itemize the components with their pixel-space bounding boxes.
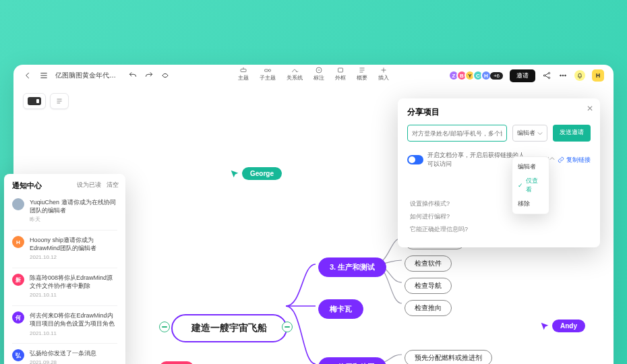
- notification-item[interactable]: YuqiuChen 邀请你成为在线协同团队的编辑者昨天: [12, 197, 117, 224]
- branch-node[interactable]: 3. 生产和测试: [318, 257, 386, 277]
- avatar: [12, 198, 24, 210]
- branch-node[interactable]: 梅卡瓦: [318, 299, 363, 319]
- notification-item[interactable]: 新 陈嘉玲008将你从EdrawMind源文件文件协作者中删除2021.10.1…: [12, 268, 117, 299]
- back-icon[interactable]: [23, 71, 32, 80]
- svg-point-10: [565, 75, 566, 76]
- svg-point-6: [548, 72, 549, 73]
- svg-rect-4: [338, 68, 343, 72]
- leaf-node[interactable]: 检查推向: [405, 300, 452, 316]
- public-toggle[interactable]: [407, 155, 423, 164]
- svg-rect-2: [269, 69, 271, 71]
- leaf-node[interactable]: 检查导航: [405, 278, 452, 294]
- tool-topic[interactable]: 主题: [238, 66, 249, 82]
- clear-button[interactable]: 清空: [107, 181, 119, 189]
- notification-text: 陈嘉玲008将你从EdrawMind源文件文件协作者中删除2021.10.11: [30, 274, 117, 299]
- share-icon[interactable]: [542, 71, 551, 80]
- bell-icon[interactable]: [574, 70, 585, 81]
- notification-text: YuqiuChen 邀请你成为在线协同团队的编辑者昨天: [30, 198, 117, 224]
- tool-note[interactable]: 标注: [314, 66, 324, 82]
- notification-text: Hooony ship邀请你成为EdrawMind团队的编辑者2021.10.1…: [30, 236, 117, 262]
- topbar: 亿图脑图黄金年代… 主题 子主题 关系线 标注 外框 概要 插入 Z B Y C…: [13, 65, 614, 86]
- notification-panel: 通知中心 设为已读 清空 YuqiuChen 邀请你成为在线协同团队的编辑者昨天…: [4, 174, 125, 364]
- root-node[interactable]: 建造一艘宇宙飞船: [171, 314, 287, 342]
- branch-node[interactable]: 4. 使用和处置: [318, 357, 386, 364]
- avatar-overflow: +6: [490, 72, 503, 80]
- notification-item[interactable]: 弘 弘扬给你发送了一条消息2021.09.28: [12, 343, 117, 364]
- collab-cursor: George: [229, 167, 282, 180]
- tool-summary[interactable]: 概要: [357, 66, 367, 82]
- share-title: 分享项目: [407, 107, 591, 118]
- svg-point-7: [548, 77, 549, 78]
- copy-link-button[interactable]: 复制链接: [558, 156, 591, 164]
- more-icon[interactable]: [558, 71, 568, 80]
- redo-icon[interactable]: [144, 71, 154, 80]
- notification-text: 弘扬给你发送了一条消息2021.09.28: [30, 349, 96, 364]
- collapse-port[interactable]: [159, 322, 170, 332]
- undo-icon[interactable]: [128, 71, 138, 80]
- collab-cursor: Andy: [539, 320, 585, 332]
- svg-rect-0: [241, 69, 246, 72]
- share-footer-hints: 设置操作模式? 如何进行编程? 它能正确处理信息吗?: [407, 200, 591, 234]
- close-icon[interactable]: ✕: [587, 104, 593, 113]
- role-option[interactable]: ✓仅查看: [512, 174, 549, 197]
- notification-item[interactable]: 何 何去何来D将你在EdrawMind内项目项目的角色设置为项目角色2021.1…: [12, 305, 117, 337]
- svg-rect-1: [265, 69, 268, 71]
- leaf-node[interactable]: 检查软件: [405, 255, 452, 272]
- paint-icon[interactable]: [160, 71, 170, 80]
- svg-point-5: [543, 75, 545, 76]
- role-select[interactable]: 编辑者: [512, 125, 547, 142]
- avatar: 何: [12, 311, 24, 324]
- tool-subtopic[interactable]: 子主题: [260, 66, 276, 82]
- share-popover: ✕ 分享项目 编辑者 发送邀请 开启文档分享，开启后获得链接的人可以访问 编辑者…: [398, 98, 600, 247]
- avatar: H: [12, 236, 24, 248]
- avatar: 弘: [12, 349, 24, 361]
- notification-item[interactable]: H Hooony ship邀请你成为EdrawMind团队的编辑者2021.10…: [12, 230, 117, 262]
- collab-cursor: Omar: [147, 361, 193, 364]
- svg-point-8: [560, 75, 562, 76]
- avatar: 新: [12, 274, 24, 286]
- toolbar-center: 主题 子主题 关系线 标注 外框 概要 插入: [238, 66, 389, 82]
- svg-point-9: [562, 75, 564, 76]
- tool-outline[interactable]: 外框: [335, 66, 346, 82]
- me-avatar[interactable]: H: [592, 69, 604, 82]
- role-option[interactable]: 编辑者: [512, 160, 549, 174]
- tool-relation[interactable]: 关系线: [287, 66, 303, 82]
- share-input[interactable]: [407, 125, 507, 142]
- notification-text: 何去何来D将你在EdrawMind内项目项目的角色设置为项目角色2021.10.…: [30, 311, 117, 337]
- expand-port[interactable]: [282, 322, 293, 332]
- document-title: 亿图脑图黄金年代…: [55, 71, 116, 80]
- collaborator-avatars[interactable]: Z B Y C H +6: [451, 70, 503, 81]
- role-option[interactable]: 移除: [512, 197, 549, 211]
- send-invite-button[interactable]: 发送邀请: [553, 125, 591, 142]
- menu-icon[interactable]: [39, 71, 49, 80]
- leaf-node[interactable]: 预先分配燃料或推进剂: [405, 350, 492, 364]
- mark-read-button[interactable]: 设为已读: [77, 181, 101, 189]
- role-dropdown: 编辑者 ✓仅查看 移除: [512, 156, 549, 214]
- tool-insert[interactable]: 插入: [378, 66, 389, 82]
- invite-button[interactable]: 邀请: [510, 69, 535, 82]
